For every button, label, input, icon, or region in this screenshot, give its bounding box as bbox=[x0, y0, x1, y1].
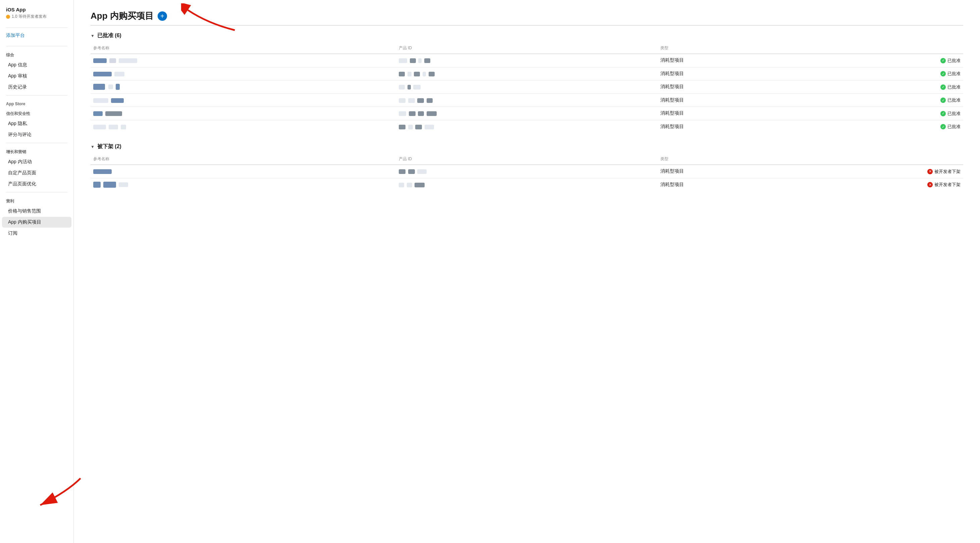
iap-status-cell: ✓ 已批准 bbox=[832, 94, 963, 107]
blurred-name bbox=[93, 98, 108, 103]
table-row[interactable]: 消耗型项目 ✕ 被开发者下架 bbox=[91, 178, 963, 191]
status-text: 被开发者下架 bbox=[934, 182, 961, 188]
blurred-id-3 bbox=[418, 111, 424, 116]
blurred-name-3 bbox=[119, 183, 128, 187]
table-row[interactable]: 消耗型项目 ✓ 已批准 bbox=[91, 120, 963, 133]
blurred-id-1 bbox=[399, 111, 406, 116]
blurred-id-1 bbox=[399, 72, 405, 76]
iap-id-cell bbox=[396, 107, 658, 120]
status-badge: ✓ 已批准 bbox=[940, 97, 961, 103]
sidebar-item-custom-pages[interactable]: 自定产品页面 bbox=[2, 168, 72, 178]
iap-status-cell: ✓ 已批准 bbox=[832, 81, 963, 94]
blurred-name-3 bbox=[119, 58, 137, 63]
add-iap-button[interactable]: + bbox=[158, 11, 167, 21]
col-header-type-removed: 类型 bbox=[658, 154, 832, 165]
iap-name-cell bbox=[91, 107, 396, 120]
blurred-id-3 bbox=[417, 98, 424, 103]
blurred-name-3 bbox=[121, 125, 126, 129]
section-title-trust: 信任和安全性 bbox=[0, 108, 73, 118]
blurred-id-3 bbox=[417, 169, 426, 174]
approved-section-header[interactable]: ▼ 已批准 (6) bbox=[91, 32, 963, 39]
blurred-id-4 bbox=[426, 111, 437, 116]
section-title-appstore: App Store bbox=[0, 98, 73, 108]
col-header-status-approved bbox=[832, 43, 963, 54]
status-text: 已批准 bbox=[947, 124, 961, 130]
blurred-id-3 bbox=[415, 183, 425, 187]
status-badge: ✓ 已批准 bbox=[940, 111, 961, 117]
blurred-name-2 bbox=[115, 72, 124, 76]
col-header-name-removed: 参考名称 bbox=[91, 154, 396, 165]
status-badge: ✓ 已批准 bbox=[940, 124, 961, 130]
approved-table: 参考名称 产品 ID 类型 消耗型项目 bbox=[91, 43, 963, 133]
blurred-id-1 bbox=[399, 125, 406, 129]
iap-name-cell bbox=[91, 67, 396, 81]
status-text: 已批准 bbox=[947, 97, 961, 103]
sidebar-item-privacy[interactable]: App 隐私 bbox=[2, 118, 72, 129]
col-header-id-removed: 产品 ID bbox=[396, 154, 658, 165]
blurred-name bbox=[93, 182, 100, 188]
table-row[interactable]: 消耗型项目 ✓ 已批准 bbox=[91, 54, 963, 67]
status-badge: ✕ 被开发者下架 bbox=[928, 182, 961, 188]
col-header-status-removed bbox=[832, 154, 963, 165]
approved-icon: ✓ bbox=[940, 84, 946, 90]
table-row[interactable]: 消耗型项目 ✓ 已批准 bbox=[91, 94, 963, 107]
col-header-name-approved: 参考名称 bbox=[91, 43, 396, 54]
iap-type-cell: 消耗型项目 bbox=[658, 67, 832, 81]
blurred-id-2 bbox=[409, 111, 415, 116]
removed-chevron-icon: ▼ bbox=[91, 144, 95, 149]
blurred-id-2 bbox=[407, 85, 411, 89]
sidebar-item-app-info[interactable]: App 信息 bbox=[2, 60, 72, 70]
blurred-name-2 bbox=[109, 58, 116, 63]
blurred-id-1 bbox=[399, 169, 406, 174]
blurred-name-3 bbox=[116, 84, 120, 90]
blurred-id-3 bbox=[413, 85, 421, 89]
version-dot-icon bbox=[6, 15, 10, 19]
table-row[interactable]: 消耗型项目 ✕ 被开发者下架 bbox=[91, 165, 963, 178]
iap-type-cell: 消耗型项目 bbox=[658, 54, 832, 67]
col-header-id-approved: 产品 ID bbox=[396, 43, 658, 54]
sidebar-divider-3 bbox=[6, 95, 67, 95]
sidebar-item-ratings[interactable]: 评分与评论 bbox=[2, 129, 72, 140]
blurred-id-1 bbox=[399, 98, 406, 103]
blurred-name bbox=[93, 72, 112, 76]
iap-id-cell bbox=[396, 67, 658, 81]
sidebar-item-app-review[interactable]: App 审核 bbox=[2, 71, 72, 81]
app-title: iOS App bbox=[0, 7, 73, 14]
blurred-name-2 bbox=[105, 111, 122, 116]
iap-type-cell: 消耗型项目 bbox=[658, 120, 832, 133]
blurred-name bbox=[93, 111, 103, 116]
page-title: App 内购买项目 bbox=[91, 10, 154, 22]
status-badge: ✕ 被开发者下架 bbox=[928, 168, 961, 175]
status-badge: ✓ 已批准 bbox=[940, 71, 961, 77]
removed-section-header[interactable]: ▼ 被下架 (2) bbox=[91, 143, 963, 150]
sidebar-item-subscriptions[interactable]: 订阅 bbox=[2, 228, 72, 239]
iap-name-cell bbox=[91, 81, 396, 94]
app-version: 1.0 等待开发者发布 bbox=[0, 14, 73, 25]
blurred-name-2 bbox=[103, 182, 116, 188]
iap-type-cell: 消耗型项目 bbox=[658, 178, 832, 191]
sidebar-item-pricing[interactable]: 价格与销售范围 bbox=[2, 206, 72, 216]
iap-name-cell bbox=[91, 178, 396, 191]
sidebar-item-history[interactable]: 历史记录 bbox=[2, 82, 72, 92]
blurred-name bbox=[93, 84, 105, 90]
add-platform-link[interactable]: 添加平台 bbox=[0, 30, 73, 43]
iap-status-cell: ✕ 被开发者下架 bbox=[832, 165, 963, 178]
removed-table: 参考名称 产品 ID 类型 消耗型项目 ✕ bbox=[91, 154, 963, 191]
blurred-id-5 bbox=[429, 72, 435, 76]
sidebar-item-product-opt[interactable]: 产品页面优化 bbox=[2, 179, 72, 189]
blurred-name bbox=[93, 125, 106, 129]
table-row[interactable]: 消耗型项目 ✓ 已批准 bbox=[91, 81, 963, 94]
approved-icon: ✓ bbox=[940, 58, 946, 64]
iap-id-cell bbox=[396, 81, 658, 94]
status-text: 已批准 bbox=[947, 58, 961, 64]
col-header-type-approved: 类型 bbox=[658, 43, 832, 54]
table-row[interactable]: 消耗型项目 ✓ 已批准 bbox=[91, 107, 963, 120]
iap-name-cell bbox=[91, 120, 396, 133]
sidebar-divider-5 bbox=[6, 192, 67, 192]
sidebar-item-events[interactable]: App 内活动 bbox=[2, 157, 72, 167]
sidebar-item-iap[interactable]: App 内购买项目 bbox=[2, 217, 72, 228]
iap-id-cell bbox=[396, 178, 658, 191]
blurred-id-1 bbox=[399, 85, 405, 89]
table-row[interactable]: 消耗型项目 ✓ 已批准 bbox=[91, 67, 963, 81]
blurred-id-2 bbox=[408, 98, 415, 103]
